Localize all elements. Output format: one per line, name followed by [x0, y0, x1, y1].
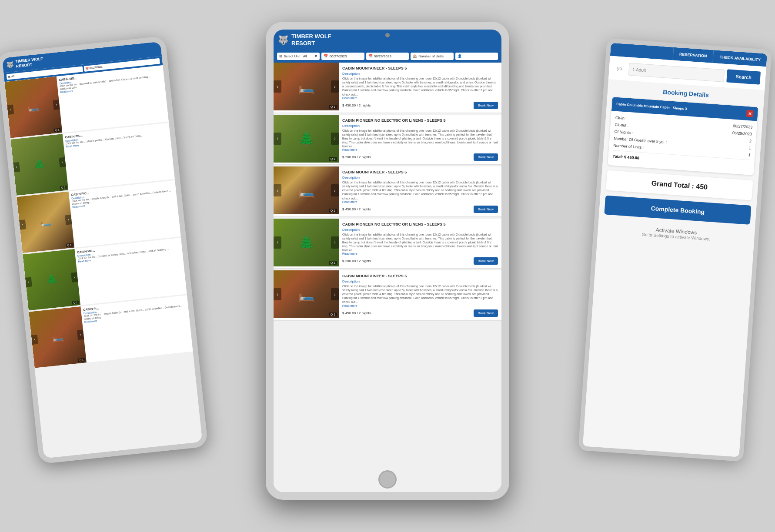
image-counter-1: Q 1 [329, 105, 337, 109]
left-cabin-img-3: 🛏️ ‹ › Q 1 [17, 191, 74, 253]
checkin-value-display: 06/27/2023 [329, 54, 347, 58]
cabin-image-1: ‹ › Q 1 [274, 63, 339, 110]
checkout-value-display: 06/29/2023 [374, 54, 391, 58]
listing-footer-2: $ 200.00 / 2 nights Book Now [342, 153, 498, 161]
left-prev-icon-2[interactable]: ‹ [13, 162, 20, 172]
next-image-button-3[interactable]: › [331, 184, 339, 196]
listing-desc-label-4: Description [342, 228, 498, 232]
next-image-button-2[interactable]: › [331, 133, 339, 145]
listing-title-4: CABIN PIONEER NO ELECTRIC OR LINENS - SL… [342, 222, 498, 226]
prev-image-button-5[interactable]: ‹ [274, 288, 281, 300]
left-img-counter-5: Q 1 [78, 358, 85, 362]
select-unit-filter[interactable]: ⊞ Select Unit All ▼ [277, 53, 320, 60]
left-card-info-3: CABIN PIC... Description Click on the im… [68, 180, 180, 247]
wolf-logo-icon: 🐺 [278, 35, 289, 45]
checkout-filter[interactable]: 📅 06/29/2023 [366, 53, 409, 60]
guests-label: Number Of Guests over 5 yo. : [614, 136, 667, 144]
prev-image-button-1[interactable]: ‹ [274, 80, 281, 93]
left-next-icon-3[interactable]: › [65, 215, 72, 225]
search-button[interactable]: Search [726, 69, 761, 84]
next-image-button-4[interactable]: › [331, 236, 339, 249]
left-next-icon[interactable]: › [53, 100, 60, 110]
grid-icon: ⊞ [279, 54, 282, 58]
left-card-info-4: CABIN MO... Description Click on the im.… [74, 238, 187, 305]
right-panel: RESERVATION CHECK AVAILABILITY yo. Searc… [583, 43, 767, 457]
book-now-button-2[interactable]: Book Now [474, 153, 498, 161]
listing-desc-label-2: Description [342, 124, 498, 128]
next-image-button-1[interactable]: › [331, 80, 339, 93]
left-next-icon-2[interactable]: › [59, 157, 66, 167]
scene: 🐺 TIMBER WOLF RESORT ⊞ All 📅 06/27/2023 [0, 0, 775, 532]
left-prev-icon-4[interactable]: ‹ [25, 277, 32, 287]
table-row: ‹ › Q 1 CABIN MOUNTAINEER - SLEEPS 5 Des… [274, 63, 501, 113]
booking-card-close-button[interactable]: ✕ [746, 110, 754, 117]
checkin-label: Ck-in : [615, 116, 627, 121]
prev-image-button-2[interactable]: ‹ [274, 133, 281, 145]
listing-footer-1: $ 450.00 / 2 nights Book Now [342, 102, 498, 109]
listing-price-5: $ 450.00 / 2 nights [342, 311, 371, 315]
book-now-button-5[interactable]: Book Now [474, 309, 498, 317]
listing-info-3: CABIN MOUNTAINEER - SLEEPS 5 Description… [339, 166, 501, 216]
left-card-info-1: CABIN MO... Description Click on the im.… [57, 65, 169, 133]
listing-desc-text-2: Click on the image for additional photos… [342, 129, 498, 148]
prev-image-button-4[interactable]: ‹ [274, 236, 281, 249]
read-more-link-4[interactable]: Read more [342, 252, 498, 255]
cabin-image-2: ‹ › Q 1 [274, 115, 339, 163]
booking-card-name: Cabin Columbia Mountain Cabin - Sleeps 3 [616, 102, 687, 112]
left-prev-icon-3[interactable]: ‹ [19, 219, 26, 229]
left-next-icon-5[interactable]: › [77, 329, 84, 339]
table-row: ‹ › Q 1 CABIN PIONEER NO ELECTRIC OR LIN… [274, 115, 501, 165]
listing-price-3: $ 450.00 / 2 nights [342, 207, 371, 211]
cabin-image-5: ‹ › Q 1 [274, 270, 339, 318]
read-more-link-3[interactable]: Read more [342, 200, 498, 203]
left-cabin-img-1: 🛏️ ‹ › Q 1 [4, 76, 62, 138]
next-image-button-5[interactable]: › [331, 288, 339, 300]
listing-price-4: $ 200.00 / 2 nights [342, 259, 371, 263]
table-row: ‹ › Q 1 CABIN PIONEER NO ELECTRIC OR LIN… [274, 219, 501, 269]
tablet-left: 🐺 TIMBER WOLF RESORT ⊞ All 📅 06/27/2023 [0, 36, 208, 464]
left-prev-icon-5[interactable]: ‹ [31, 334, 38, 344]
image-counter-4: Q 1 [329, 261, 337, 265]
listing-footer-5: $ 450.00 / 2 nights Book Now [342, 309, 498, 317]
units-value: 1 [748, 153, 751, 157]
listing-desc-label-5: Description [342, 279, 498, 283]
grand-total-text: Grand Total : 450 [612, 177, 747, 194]
left-card-info-5: CABIN PI... Description Click on the im.… [80, 295, 193, 362]
checkin-value: 06/27/2023 [733, 124, 753, 130]
listing-info-2: CABIN PIONEER NO ELECTRIC OR LINENS - SL… [339, 115, 501, 164]
listing-desc-label-3: Description [342, 176, 498, 180]
book-now-button-4[interactable]: Book Now [474, 257, 498, 265]
left-next-icon-4[interactable]: › [71, 272, 78, 282]
booking-card: Cabin Columbia Mountain Cabin - Sleeps 3… [608, 97, 758, 175]
image-counter-3: Q 1 [329, 209, 337, 213]
checkin-filter[interactable]: 📅 06/27/2023 [321, 53, 364, 60]
book-now-button-3[interactable]: Book Now [474, 206, 498, 213]
read-more-link-5[interactable]: Read more [342, 304, 498, 307]
units-label: Number of Units : [613, 143, 644, 150]
activate-windows-notice: Activate Windows Go to Settings to activ… [603, 223, 749, 244]
image-counter-5: Q 1 [329, 313, 337, 316]
listing-desc-text-4: Click on the image for additional photos… [342, 233, 498, 252]
left-img-counter-4: Q 1 [72, 300, 79, 305]
left-prev-icon[interactable]: ‹ [7, 104, 14, 114]
read-more-link-2[interactable]: Read more [342, 148, 498, 151]
num-guests-filter[interactable]: 👤 [455, 53, 498, 60]
complete-booking-button[interactable]: Complete Booking [604, 196, 751, 225]
left-card-info-2: CABIN PIC... Description Click on the im… [63, 123, 175, 190]
num-units-filter[interactable]: 🏠 Number of Units [411, 53, 453, 60]
guest-input[interactable] [628, 63, 725, 82]
listing-price-1: $ 450.00 / 2 nights [342, 103, 371, 107]
left-listings: 🛏️ ‹ › Q 1 CABIN MO... Description Click… [4, 65, 202, 459]
grand-total-section: Grand Total : 450 [606, 170, 753, 200]
calendar-icon-checkin: 📅 [324, 54, 328, 58]
center-screen: 🐺 TIMBER WOLF RESORT ⊞ Select Unit All ▼… [274, 30, 501, 492]
listing-title-3: CABIN MOUNTAINEER - SLEEPS 5 [342, 170, 498, 174]
checkout-value: 06/29/2023 [732, 131, 752, 136]
prev-image-button-3[interactable]: ‹ [274, 184, 281, 196]
read-more-link-1[interactable]: Read more [342, 96, 498, 100]
filter-bar: ⊞ Select Unit All ▼ 📅 06/27/2023 📅 06/29… [274, 50, 501, 63]
select-unit-chevron: ▼ [314, 54, 317, 58]
book-now-button-1[interactable]: Book Now [474, 102, 498, 109]
grid-icon: ⊞ [8, 75, 11, 78]
booking-details-panel: Booking Details Cabin Columbia Mountain … [583, 79, 765, 457]
